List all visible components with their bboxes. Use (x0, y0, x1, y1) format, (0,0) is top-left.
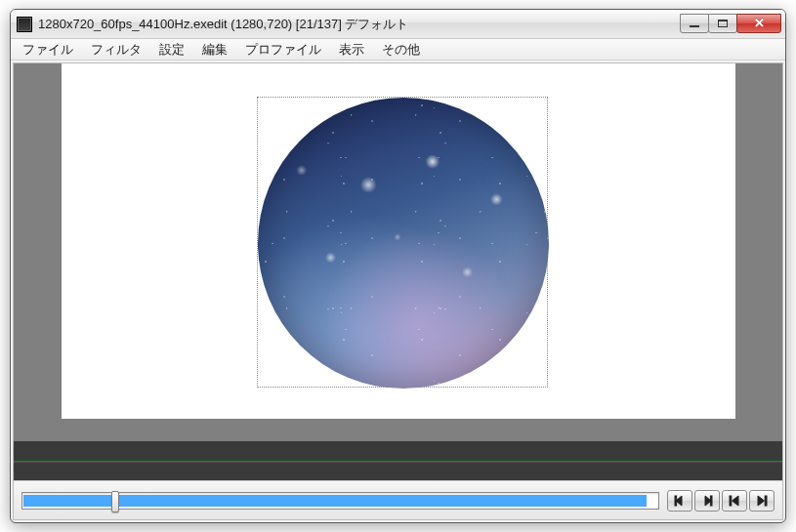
minimize-button[interactable] (680, 14, 709, 33)
menubar: ファイル フィルタ 設定 編集 プロファイル 表示 その他 (11, 39, 785, 61)
client-area (13, 62, 783, 520)
next-frame-button[interactable] (694, 490, 720, 512)
seek-bar[interactable] (21, 492, 659, 510)
menu-settings[interactable]: 設定 (151, 39, 192, 61)
skip-end-icon (755, 494, 769, 508)
svg-rect-1 (675, 496, 677, 506)
svg-marker-5 (733, 496, 739, 506)
menu-filter[interactable]: フィルタ (83, 39, 149, 61)
preview-image-circle (258, 98, 549, 389)
app-window: 1280x720_60fps_44100Hz.exedit (1280,720)… (10, 9, 786, 523)
menu-view[interactable]: 表示 (331, 39, 372, 61)
audio-waveform-strip (14, 441, 782, 480)
svg-rect-4 (730, 496, 732, 506)
menu-file[interactable]: ファイル (15, 39, 81, 61)
app-icon (17, 17, 32, 32)
svg-rect-7 (765, 496, 767, 506)
go-start-button[interactable] (722, 490, 747, 512)
titlebar[interactable]: 1280x720_60fps_44100Hz.exedit (1280,720)… (11, 10, 785, 39)
svg-rect-3 (710, 496, 712, 506)
maximize-button[interactable] (708, 14, 737, 33)
prev-frame-button[interactable] (667, 490, 692, 512)
step-back-icon (673, 494, 687, 508)
preview-canvas (62, 63, 735, 419)
skip-start-icon (728, 494, 741, 508)
window-title: 1280x720_60fps_44100Hz.exedit (1280,720)… (38, 16, 675, 33)
object-selection-box[interactable] (257, 97, 548, 388)
menu-profile[interactable]: プロファイル (237, 39, 329, 61)
close-button[interactable]: ✕ (736, 14, 781, 33)
go-end-button[interactable] (749, 490, 775, 512)
svg-marker-6 (758, 496, 765, 506)
playback-controls (14, 480, 782, 519)
preview-viewport[interactable] (14, 63, 782, 441)
menu-other[interactable]: その他 (374, 39, 428, 61)
step-forward-icon (700, 494, 714, 508)
seek-handle[interactable] (111, 491, 119, 512)
menu-edit[interactable]: 編集 (194, 39, 235, 61)
